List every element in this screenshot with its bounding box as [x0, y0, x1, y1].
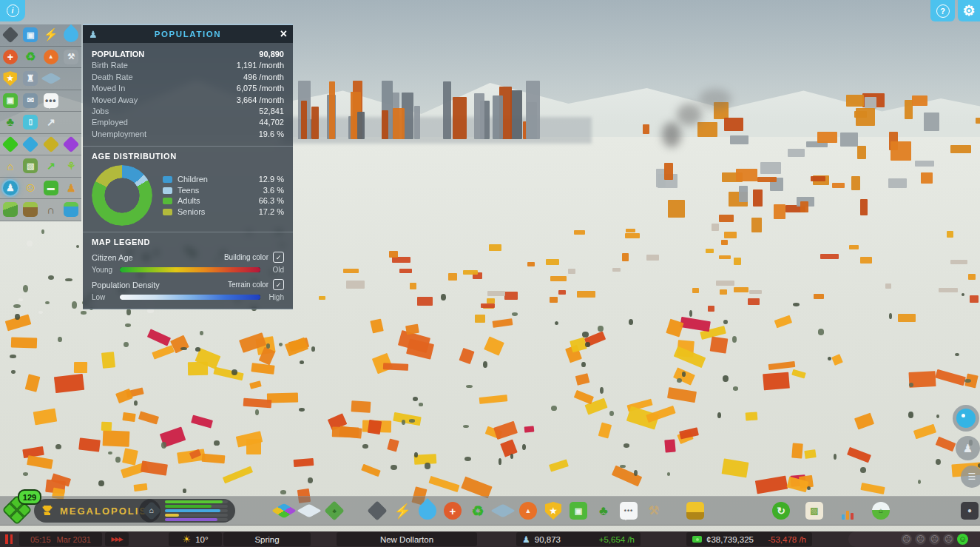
city-economy-button-icon[interactable]: ↻	[772, 502, 790, 520]
infoview-ground-icon[interactable]	[23, 202, 38, 217]
city-information-button-icon[interactable]: ⌂	[872, 502, 890, 520]
stat-row: POPULATION90,890	[92, 49, 284, 60]
pause-button[interactable]	[5, 534, 16, 545]
building-block	[489, 244, 501, 250]
city-statistics-button-icon[interactable]	[839, 502, 856, 520]
infoview-healthcare-icon[interactable]: +	[3, 50, 18, 64]
police-tool-icon[interactable]: ★	[544, 502, 562, 520]
zones-tool-icon[interactable]	[271, 503, 297, 518]
legend-swatch	[163, 187, 172, 194]
infoview-commercial-icon[interactable]	[22, 135, 39, 152]
building-block	[138, 411, 159, 424]
infoview-residential-icon[interactable]	[1, 135, 18, 152]
building-block	[251, 363, 274, 375]
infoview-row: ⌂▧↗⚘	[0, 155, 81, 178]
infoview-police-icon[interactable]: ★	[3, 71, 18, 86]
stat-label: Unemployment	[92, 129, 146, 140]
infoview-workplaces-icon[interactable]: ♟	[64, 181, 78, 195]
infoview-noise-pollution-icon[interactable]: ∩	[44, 202, 58, 217]
bulldozer-tool-icon[interactable]	[686, 502, 704, 520]
chirper-notification[interactable]	[953, 405, 979, 432]
building-block	[846, 95, 864, 107]
infoview-natural-resources-icon[interactable]: ▧	[23, 158, 38, 173]
terraforming-tool-icon[interactable]: ⚒	[645, 502, 663, 520]
chirper-notification-icon	[956, 409, 976, 428]
photo-mode-button-icon[interactable]: ●	[961, 502, 979, 520]
transportation-tool-icon[interactable]: ▣	[570, 502, 587, 520]
infoview-education-icon[interactable]	[41, 73, 61, 84]
info-button[interactable]: i	[0, 0, 25, 21]
education-tool-icon[interactable]	[490, 504, 516, 518]
face-content-icon: ☹	[943, 534, 954, 545]
healthcare-tool-icon[interactable]: +	[444, 502, 462, 520]
infoview-garbage-icon[interactable]: ♻	[23, 50, 38, 64]
infoview-statistics-icon[interactable]: ↗	[44, 158, 58, 173]
building-block	[860, 257, 873, 264]
building-block	[724, 232, 737, 238]
journal-notification[interactable]: ☰	[961, 466, 980, 488]
map-tiles-button-icon[interactable]: ▨	[805, 502, 823, 520]
fire-rescue-tool-icon[interactable]: ▲	[519, 502, 537, 520]
infoview-transportation-icon[interactable]: ▣	[3, 93, 18, 108]
infoview-office-icon[interactable]	[63, 135, 80, 152]
infoview-row: ▣⚡	[0, 24, 81, 47]
infoview-happiness-icon[interactable]: ☺	[23, 181, 38, 195]
building-block	[329, 81, 335, 139]
demand-panel[interactable]: ⌂	[139, 499, 235, 523]
tree	[98, 480, 104, 486]
infoview-tourism-icon[interactable]: ▯	[23, 115, 38, 130]
population-display[interactable]: ♟ 90,873 +5,654 /h	[516, 532, 641, 546]
infoview-parks-icon[interactable]: ♣	[3, 115, 18, 130]
tree	[38, 311, 43, 314]
building-block	[481, 303, 495, 308]
garbage-tool-icon[interactable]: ♻	[469, 502, 487, 520]
infoview-water-icon[interactable]	[61, 24, 81, 45]
water-sewage-tool-icon[interactable]	[415, 498, 440, 523]
landscaping-tool-icon[interactable]: ♣	[324, 500, 344, 520]
building-block	[577, 291, 596, 298]
money-display[interactable]: ¢38,739,325 -53,478 /h	[686, 532, 812, 546]
infoview-routes-icon[interactable]: ↗	[44, 115, 58, 130]
infoview-economy-icon[interactable]: ▬	[44, 181, 58, 195]
parks-recreation-tool-icon[interactable]: ♣	[595, 502, 612, 520]
infoview-vegetation-icon[interactable]: ⚘	[64, 158, 78, 173]
tree	[600, 387, 604, 394]
happiness-meter[interactable]: ☹☹☹☹☺	[848, 531, 980, 547]
infoview-roads-icon[interactable]	[1, 27, 18, 44]
infoview-maintenance-icon[interactable]: ⚒	[64, 50, 78, 64]
help-button[interactable]: ?	[930, 0, 955, 21]
close-icon[interactable]: ×	[272, 27, 287, 41]
tree	[689, 310, 693, 317]
infoview-water-bodies-icon[interactable]	[64, 202, 78, 217]
infoview-terrain-icon[interactable]	[3, 202, 18, 217]
stat-value: 52,841	[259, 106, 284, 117]
tree	[464, 457, 471, 461]
smoke-plume	[677, 104, 702, 126]
settings-button[interactable]: ⚙	[958, 0, 980, 21]
infoview-fire-rescue-icon[interactable]: ▲	[44, 50, 58, 64]
citizen-notification[interactable]: ♟	[956, 436, 980, 460]
tree	[581, 362, 585, 367]
infoview-electricity-icon[interactable]: ⚡	[44, 27, 58, 42]
checkbox[interactable]: ✓	[273, 279, 284, 290]
tree	[402, 420, 405, 424]
communications-tool-icon[interactable]: •••	[620, 502, 638, 520]
infoview-administration-icon[interactable]: ♜	[23, 71, 38, 86]
building-block	[912, 95, 927, 106]
stat-value: 6,075 /month	[237, 83, 284, 94]
electricity-tool-icon[interactable]: ⚡	[393, 502, 411, 520]
gradient-bar	[120, 267, 260, 272]
stat-label: Employed	[92, 117, 128, 128]
roads-tool-icon[interactable]	[367, 500, 387, 520]
infoview-industrial-icon[interactable]	[42, 135, 59, 152]
infoview-mail-icon[interactable]: ✉	[23, 93, 38, 108]
signature-areas-tool-icon[interactable]	[297, 504, 322, 518]
checkbox[interactable]: ✓	[273, 252, 284, 263]
tree	[463, 425, 470, 428]
infoview-population-icon[interactable]: ♟	[3, 181, 18, 195]
infoview-communications-icon[interactable]: •••	[44, 93, 58, 108]
speed-control[interactable]: ▶▶▶	[105, 532, 129, 546]
map-legend-entry: Citizen AgeBuilding color✓YoungOld	[92, 252, 284, 274]
infoview-land-value-icon[interactable]: ⌂	[3, 158, 18, 173]
infoview-public-transport-icon[interactable]: ▣	[23, 27, 38, 42]
